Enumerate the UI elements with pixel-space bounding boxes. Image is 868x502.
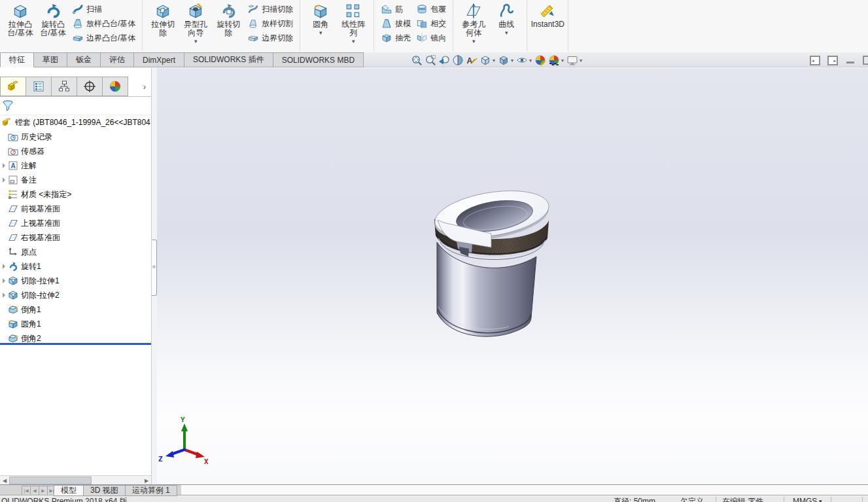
ribbon-button-loft[interactable]: 放样凸台/基体	[69, 16, 138, 31]
tree-item[interactable]: 旋转1	[0, 259, 151, 274]
splitter-handle[interactable]	[152, 240, 157, 296]
tree-item[interactable]: 镗套 (JBT8046_1-1999A_26<<JBT804	[0, 115, 151, 130]
hide-show-items-button[interactable]: ▾	[516, 54, 532, 66]
ribbon-button-sweep[interactable]: 扫描	[69, 2, 138, 16]
tree-item[interactable]: 倒角1	[0, 302, 151, 317]
bottom-tab-运动算例-1[interactable]: 运动算例 1	[126, 485, 177, 496]
ribbon-group: 参考几何体▾曲线▾	[453, 0, 527, 51]
panel-tab-dimxpertmanager[interactable]	[77, 77, 103, 96]
command-tab-特征[interactable]: 特征	[0, 52, 34, 67]
tree-item[interactable]: 材质 <未指定>	[0, 187, 151, 202]
apply-scene-button[interactable]: ▾	[548, 54, 564, 66]
filter-funnel-icon[interactable]	[2, 99, 15, 113]
dropdown-arrow-icon[interactable]: ▾	[580, 58, 582, 63]
dropdown-arrow-icon[interactable]: ▾	[511, 58, 513, 63]
ribbon-button-draft[interactable]: 拔模	[378, 16, 413, 31]
ribbon-button-boundary[interactable]: 边界凸台/基体	[69, 31, 138, 45]
ribbon-button-wrap[interactable]: 包覆	[413, 2, 449, 16]
ribbon-button-hole-wizard[interactable]: 异型孔向导▾	[179, 1, 212, 44]
ribbon-button-linear-pattern[interactable]: 线性阵列▾	[337, 1, 370, 44]
command-tab-DimXpert[interactable]: DimXpert	[134, 52, 184, 67]
dropdown-arrow-icon[interactable]: ▾	[529, 58, 532, 63]
ribbon-button-rib[interactable]: 筋	[378, 2, 413, 16]
ribbon-button-extrude-cut[interactable]: 拉伸切除	[147, 1, 179, 37]
command-tab-SOLIDWORKS 插件[interactable]: SOLIDWORKS 插件	[184, 52, 273, 67]
ribbon-button-ref-geometry[interactable]: 参考几何体▾	[457, 1, 490, 44]
tree-item[interactable]: 切除-拉伸1	[0, 274, 151, 288]
display-style-button[interactable]: ▾	[498, 54, 514, 66]
flyout-arrow-icon[interactable]: ▾	[472, 39, 476, 44]
ribbon-button-mirror[interactable]: 镜向	[413, 31, 449, 45]
tree-item[interactable]: A注解	[0, 158, 151, 173]
edit-appearance-button[interactable]	[534, 54, 546, 66]
rollback-bar[interactable]	[0, 343, 151, 345]
bottom-tab-模型[interactable]: 模型	[54, 485, 84, 496]
ribbon-button-shell[interactable]: 抽壳	[378, 31, 413, 45]
panel-tab-overflow-arrow[interactable]: ›	[128, 77, 151, 96]
annotation-view-button[interactable]: A	[466, 54, 477, 66]
pane-left-icon: ◂	[810, 56, 820, 65]
tree-item[interactable]: 前视基准面	[0, 202, 151, 216]
motion-nav-button-2[interactable]: ▶	[39, 486, 48, 495]
section-view-button[interactable]	[452, 54, 464, 66]
command-tab-钣金[interactable]: 钣金	[67, 52, 101, 67]
flyout-arrow-icon[interactable]: ▾	[319, 30, 322, 35]
command-tab-草图[interactable]: 草图	[34, 52, 67, 67]
tree-item[interactable]: 圆角1	[0, 317, 151, 331]
command-tab-SOLIDWORKS MBD[interactable]: SOLIDWORKS MBD	[273, 52, 364, 67]
ribbon-button-sweep-cut[interactable]: 扫描切除	[245, 2, 296, 16]
dropdown-arrow-icon[interactable]: ▾	[561, 58, 564, 63]
scroll-left-arrow[interactable]: ◀	[0, 476, 9, 485]
panel-tab-propertymanager[interactable]	[26, 77, 52, 96]
motion-nav-button-1[interactable]: ◀	[31, 486, 39, 495]
tree-item[interactable]: 历史记录	[0, 130, 151, 144]
panel-tab-displaymanager[interactable]	[103, 77, 128, 96]
part-model-bushing[interactable]	[419, 183, 563, 347]
minimize-button[interactable]	[845, 56, 856, 65]
flyout-arrow-icon[interactable]: ▾	[352, 39, 355, 44]
tree-item[interactable]: 传感器	[0, 144, 151, 158]
tree-item[interactable]: 上视基准面	[0, 216, 151, 230]
panel-tab-featuremanager[interactable]	[0, 77, 26, 96]
ribbon-button-curves[interactable]: 曲线▾	[490, 1, 523, 35]
plane-icon	[8, 218, 18, 228]
expand-arrow-icon[interactable]	[0, 278, 8, 283]
ribbon-button-instant3d[interactable]: Instant3D	[531, 1, 564, 29]
tree-item[interactable]: 备注	[0, 173, 151, 187]
zoom-fit-button[interactable]	[411, 54, 423, 66]
flyout-arrow-icon[interactable]: ▾	[194, 39, 198, 44]
ribbon-button-fillet[interactable]: 圆角▾	[304, 1, 337, 35]
tree-horizontal-scrollbar[interactable]: ◀ ▶	[0, 475, 151, 485]
tree-item[interactable]: 原点	[0, 245, 151, 259]
ribbon-button-label: 边界切除	[262, 33, 293, 44]
ribbon-button-revolve-cut[interactable]: 旋转切除	[212, 1, 245, 37]
ribbon-button-intersect[interactable]: 相交	[413, 16, 449, 31]
scroll-right-arrow[interactable]: ▶	[142, 476, 151, 485]
flyout-arrow-icon[interactable]: ▾	[505, 30, 508, 35]
view-orientation-button[interactable]: ▾	[479, 54, 496, 66]
ribbon-button-revolve-boss[interactable]: 旋转凸台/基体	[37, 1, 69, 37]
command-tab-评估[interactable]: 评估	[101, 52, 134, 67]
ribbon-button-loft-cut[interactable]: 放样切割	[245, 16, 296, 31]
tree-item[interactable]: 右视基准面	[0, 230, 151, 245]
motion-nav-button-0[interactable]: |◀	[22, 486, 31, 495]
view-settings-button[interactable]: ▾	[566, 54, 583, 66]
tree-item[interactable]: 切除-拉伸2	[0, 288, 151, 302]
zoom-area-button[interactable]	[425, 54, 436, 66]
ribbon-button-boundary-cut[interactable]: 边界切除	[245, 31, 296, 45]
expand-arrow-icon[interactable]	[0, 177, 8, 183]
ribbon-button-extrude-boss[interactable]: 拉伸凸台/基体	[4, 1, 37, 37]
previous-view-button[interactable]	[438, 54, 450, 66]
expand-arrow-icon[interactable]	[0, 293, 8, 298]
units-dropdown-arrow-icon[interactable]: ▾	[819, 497, 822, 502]
expand-arrow-icon[interactable]	[0, 264, 8, 269]
bottom-tab-3D-视图[interactable]: 3D 视图	[84, 485, 126, 496]
expand-arrow-icon[interactable]	[0, 163, 8, 168]
maximize-button[interactable]	[863, 56, 868, 65]
pane-right-button[interactable]: ▸	[827, 56, 838, 65]
dropdown-arrow-icon[interactable]: ▾	[493, 58, 495, 63]
scrollbar-thumb[interactable]	[9, 476, 92, 484]
pane-left-button[interactable]: ◂	[810, 56, 820, 65]
panel-tab-configurationmanager[interactable]	[52, 77, 77, 96]
graphics-viewport[interactable]: Y X Z	[157, 68, 868, 484]
